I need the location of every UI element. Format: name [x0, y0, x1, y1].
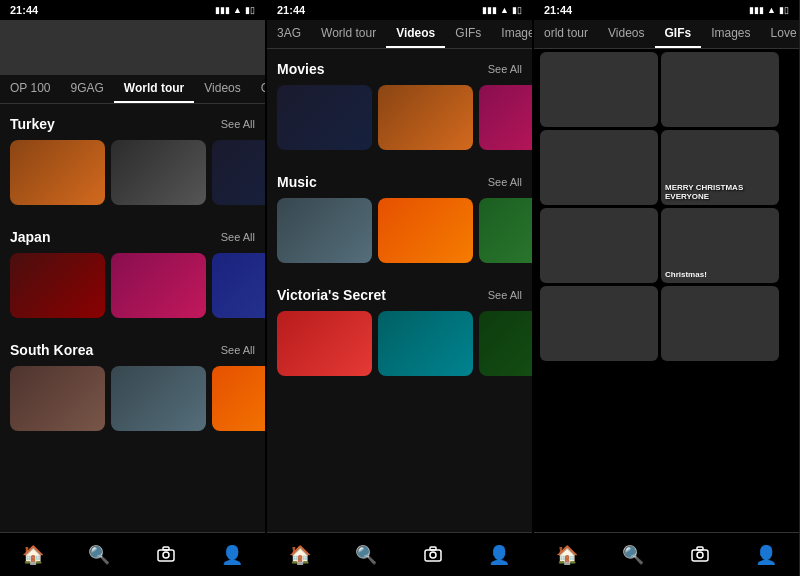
- christmas-text: Christmas!: [665, 270, 707, 279]
- battery-icon-2: ▮▯: [512, 5, 522, 15]
- section-title-victorias-secret: Victoria's Secret: [277, 287, 386, 303]
- tab2-3ag[interactable]: 3AG: [267, 20, 311, 48]
- see-all-japan[interactable]: See All: [221, 231, 255, 243]
- gif-cell-5[interactable]: [540, 208, 658, 283]
- thumb-japan-3[interactable]: [212, 253, 265, 318]
- gif-cell-4[interactable]: MERRY CHRISTMAS EVERYONE: [661, 130, 779, 205]
- wifi-icon-1: ▲: [233, 5, 242, 15]
- content-1: Turkey See All Japan See All: [0, 104, 265, 532]
- home-button-3[interactable]: 🏠: [534, 533, 600, 576]
- thumb-turkey-3[interactable]: [212, 140, 265, 205]
- thumb-movie-1[interactable]: [277, 85, 372, 150]
- tab3-lovestory[interactable]: Love sto: [761, 20, 799, 48]
- phone-panel-2: 21:44 ▮▮▮ ▲ ▮▯ 3AG World tour Videos GIF…: [267, 0, 534, 576]
- section-title-japan: Japan: [10, 229, 50, 245]
- gif-cell-2[interactable]: [661, 52, 779, 127]
- nav-tabs-1[interactable]: OP 100 9GAG World tour Videos GIFs: [0, 75, 265, 104]
- thumb-japan-1[interactable]: [10, 253, 105, 318]
- thumb-turkey-1[interactable]: [10, 140, 105, 205]
- svg-point-1: [163, 552, 169, 558]
- profile-button-3[interactable]: 👤: [733, 533, 799, 576]
- merry-christmas-text: MERRY CHRISTMAS EVERYONE: [665, 183, 775, 201]
- see-all-movies[interactable]: See All: [488, 63, 522, 75]
- wifi-icon-2: ▲: [500, 5, 509, 15]
- signal-icon-1: ▮▮▮: [215, 5, 230, 15]
- thumb-music-3[interactable]: [479, 198, 532, 263]
- thumb-sk-2[interactable]: [111, 366, 206, 431]
- svg-rect-5: [430, 547, 436, 550]
- section-victorias-secret: Victoria's Secret See All: [267, 275, 532, 388]
- see-all-southkorea[interactable]: See All: [221, 344, 255, 356]
- gif-cell-3[interactable]: [540, 130, 658, 205]
- time-1: 21:44: [10, 4, 38, 16]
- content-2: Movies See All Music See All: [267, 49, 532, 532]
- thumb-vs-2[interactable]: [378, 311, 473, 376]
- bottom-nav-3: 🏠 🔍 👤: [534, 532, 799, 576]
- upload-button-3[interactable]: [667, 533, 733, 576]
- tab-9gag[interactable]: 9GAG: [60, 75, 113, 103]
- see-all-turkey[interactable]: See All: [221, 118, 255, 130]
- upload-button-1[interactable]: [133, 533, 199, 576]
- battery-icon-1: ▮▯: [245, 5, 255, 15]
- upload-button-2[interactable]: [400, 533, 466, 576]
- thumb-vs-3[interactable]: [479, 311, 532, 376]
- gif-cell-7[interactable]: [540, 286, 658, 361]
- thumb-music-2[interactable]: [378, 198, 473, 263]
- status-icons-2: ▮▮▮ ▲ ▮▯: [482, 5, 522, 15]
- section-music: Music See All: [267, 162, 532, 275]
- svg-rect-2: [163, 547, 169, 550]
- tab3-worldtour[interactable]: orld tour: [534, 20, 598, 48]
- bottom-nav-1: 🏠 🔍 👤: [0, 532, 265, 576]
- status-bar-3: 21:44 ▮▮▮ ▲ ▮▯: [534, 0, 799, 20]
- home-button-2[interactable]: 🏠: [267, 533, 333, 576]
- tab2-videos[interactable]: Videos: [386, 20, 445, 48]
- see-all-victorias-secret[interactable]: See All: [488, 289, 522, 301]
- search-button-3[interactable]: 🔍: [600, 533, 666, 576]
- tab2-images[interactable]: Images: [491, 20, 532, 48]
- home-button-1[interactable]: 🏠: [0, 533, 66, 576]
- profile-button-1[interactable]: 👤: [199, 533, 265, 576]
- thumb-music-1[interactable]: [277, 198, 372, 263]
- tab3-images[interactable]: Images: [701, 20, 760, 48]
- status-icons-3: ▮▮▮ ▲ ▮▯: [749, 5, 789, 15]
- section-title-movies: Movies: [277, 61, 324, 77]
- time-2: 21:44: [277, 4, 305, 16]
- section-japan: Japan See All: [0, 217, 265, 330]
- tab-gifs[interactable]: GIFs: [251, 75, 265, 103]
- section-title-music: Music: [277, 174, 317, 190]
- thumb-japan-2[interactable]: [111, 253, 206, 318]
- search-button-2[interactable]: 🔍: [333, 533, 399, 576]
- section-southkorea: South Korea See All: [0, 330, 265, 443]
- signal-icon-3: ▮▮▮: [749, 5, 764, 15]
- section-turkey: Turkey See All: [0, 104, 265, 217]
- tab-videos[interactable]: Videos: [194, 75, 250, 103]
- battery-icon-3: ▮▯: [779, 5, 789, 15]
- tab2-gifs[interactable]: GIFs: [445, 20, 491, 48]
- nav-tabs-3[interactable]: orld tour Videos GIFs Images Love sto: [534, 20, 799, 49]
- thumb-movie-3[interactable]: [479, 85, 532, 150]
- thumb-turkey-2[interactable]: [111, 140, 206, 205]
- gif-cell-1[interactable]: [540, 52, 658, 127]
- thumb-sk-1[interactable]: [10, 366, 105, 431]
- gif-grid: MERRY CHRISTMAS EVERYONE Christmas!: [534, 49, 799, 532]
- svg-point-4: [430, 552, 436, 558]
- phone-panel-3: 21:44 ▮▮▮ ▲ ▮▯ orld tour Videos GIFs Ima…: [534, 0, 800, 576]
- gif-cell-8[interactable]: [661, 286, 779, 361]
- gif-cell-6[interactable]: Christmas!: [661, 208, 779, 283]
- tab2-worldtour[interactable]: World tour: [311, 20, 386, 48]
- search-button-1[interactable]: 🔍: [66, 533, 132, 576]
- see-all-music[interactable]: See All: [488, 176, 522, 188]
- nav-tabs-2[interactable]: 3AG World tour Videos GIFs Images: [267, 20, 532, 49]
- svg-rect-8: [697, 547, 703, 550]
- thumb-vs-1[interactable]: [277, 311, 372, 376]
- thumb-sk-3[interactable]: [212, 366, 265, 431]
- profile-button-2[interactable]: 👤: [466, 533, 532, 576]
- tab3-gifs[interactable]: GIFs: [655, 20, 702, 48]
- thumb-movie-2[interactable]: [378, 85, 473, 150]
- tab3-videos[interactable]: Videos: [598, 20, 654, 48]
- status-bar-1: 21:44 ▮▮▮ ▲ ▮▯: [0, 0, 265, 20]
- tab-worldtour[interactable]: World tour: [114, 75, 194, 103]
- tab-op100[interactable]: OP 100: [0, 75, 60, 103]
- signal-icon-2: ▮▮▮: [482, 5, 497, 15]
- bottom-nav-2: 🏠 🔍 👤: [267, 532, 532, 576]
